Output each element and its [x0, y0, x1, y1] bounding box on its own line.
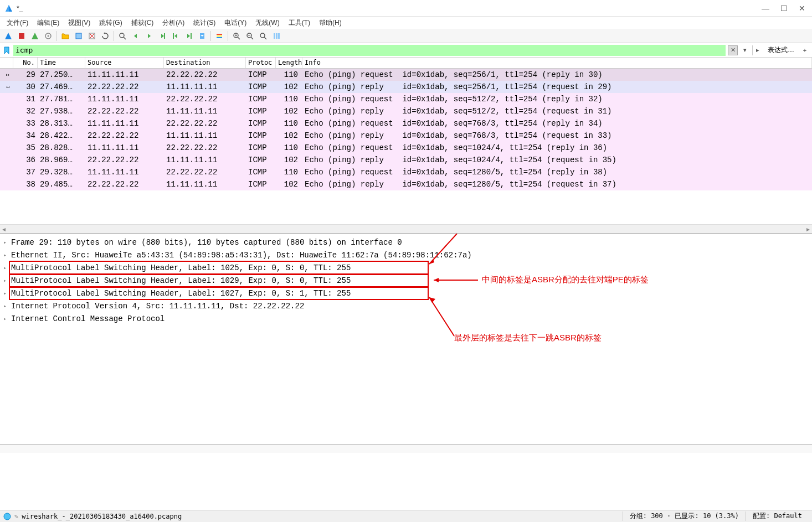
annotation-bot: 最外层的标签是去往下一跳ASBR的标签	[454, 333, 602, 343]
zoom-reset-button[interactable]	[257, 30, 269, 42]
packet-row[interactable]: 38 29.485… 22.22.22.22 11.11.11.11 ICMP …	[0, 178, 812, 190]
col-header-time[interactable]: Time	[38, 58, 85, 68]
reload-button[interactable]	[99, 30, 111, 42]
packet-row[interactable]: ↦ 29 27.250… 11.11.11.11 22.22.22.22 ICM…	[0, 69, 812, 81]
detail-text: MultiProtocol Label Switching Header, La…	[11, 263, 351, 272]
toolbar	[0, 29, 812, 43]
svg-point-2	[48, 35, 49, 37]
minimize-button[interactable]: —	[762, 4, 769, 13]
expand-icon[interactable]: ▸	[3, 239, 11, 246]
filter-clear-button[interactable]: ✕	[728, 45, 738, 55]
filter-add-button[interactable]: +	[800, 45, 810, 55]
detail-text: MultiProtocol Label Switching Header, La…	[11, 276, 351, 285]
menu-item[interactable]: 跳转(G)	[95, 17, 126, 29]
resize-columns-button[interactable]	[270, 30, 282, 42]
stop-capture-button[interactable]	[16, 30, 28, 42]
detail-row[interactable]: ▸Ethernet II, Src: HuaweiTe a5:43:31 (54…	[0, 249, 812, 261]
status-bar: ✎ wireshark_-_20210305183430_a16400.pcap…	[0, 510, 812, 522]
capture-options-button[interactable]	[42, 30, 54, 42]
packet-bytes-pane[interactable]	[0, 444, 812, 453]
packet-row[interactable]: 34 28.422… 22.22.22.22 11.11.11.11 ICMP …	[0, 130, 812, 142]
svg-point-23	[260, 33, 265, 38]
go-first-button[interactable]	[169, 30, 182, 42]
expand-icon[interactable]: ▸	[3, 252, 11, 259]
menu-item[interactable]: 捕获(C)	[127, 17, 158, 29]
packet-details-pane[interactable]: ▸Frame 29: 110 bytes on wire (880 bits),…	[0, 234, 812, 444]
svg-line-17	[238, 37, 240, 39]
menu-item[interactable]: 工具(T)	[284, 17, 315, 29]
open-file-button[interactable]	[59, 30, 71, 42]
find-button[interactable]	[116, 30, 129, 42]
filter-bar: ✕ ▾ ▸ 表达式… +	[0, 43, 812, 58]
restart-capture-button[interactable]	[29, 30, 41, 42]
start-capture-button[interactable]	[2, 30, 14, 42]
expand-icon[interactable]: ▸	[3, 303, 11, 309]
goto-packet-button[interactable]	[156, 30, 168, 42]
packet-row[interactable]: 35 28.828… 11.11.11.11 22.22.22.22 ICMP …	[0, 142, 812, 154]
capture-file-props-icon[interactable]: ✎	[14, 513, 18, 520]
svg-rect-0	[19, 33, 24, 39]
filter-bookmark-icon[interactable]	[2, 46, 11, 55]
go-next-button[interactable]	[143, 30, 155, 42]
detail-row[interactable]: ▸Internet Protocol Version 4, Src: 11.11…	[0, 299, 812, 312]
svg-rect-3	[76, 33, 81, 39]
colorize-button[interactable]	[213, 30, 225, 42]
menu-item[interactable]: 文件(F)	[2, 17, 33, 29]
menu-item[interactable]: 编辑(E)	[33, 17, 64, 29]
zoom-out-button[interactable]	[244, 30, 256, 42]
packet-row[interactable]: 36 28.969… 22.22.22.22 11.11.11.11 ICMP …	[0, 154, 812, 166]
col-header-info[interactable]: Info	[302, 58, 812, 68]
detail-row[interactable]: ▸Internet Control Message Protocol	[0, 312, 812, 325]
go-prev-button[interactable]	[130, 30, 142, 42]
expert-info-icon[interactable]	[3, 513, 11, 520]
packet-row[interactable]: 37 29.328… 11.11.11.11 22.22.22.22 ICMP …	[0, 166, 812, 178]
packet-row[interactable]: 33 28.313… 11.11.11.11 22.22.22.22 ICMP …	[0, 117, 812, 130]
close-button[interactable]: ✕	[799, 4, 805, 13]
col-header-destination[interactable]: Destination	[164, 58, 246, 68]
menu-item[interactable]: 帮助(H)	[315, 17, 346, 29]
detail-text: Internet Protocol Version 4, Src: 11.11.…	[11, 302, 304, 311]
col-header-no[interactable]: No.	[13, 58, 38, 68]
expand-icon[interactable]: ▸	[3, 316, 11, 322]
row-marker-icon: ↤	[2, 84, 13, 90]
detail-row[interactable]: ▸MultiProtocol Label Switching Header, L…	[0, 261, 812, 274]
zoom-in-button[interactable]	[230, 30, 243, 42]
window-title: *_	[17, 4, 762, 12]
window-controls: — ☐ ✕	[762, 4, 808, 13]
go-last-button[interactable]	[183, 30, 195, 42]
svg-rect-26	[276, 33, 277, 39]
expand-icon[interactable]: ▸	[3, 290, 11, 297]
app-icon	[4, 4, 13, 13]
expand-icon[interactable]: ▸	[3, 265, 11, 271]
packet-list-pane: No. Time Source Destination Protoc Lengt…	[0, 58, 812, 234]
menu-item[interactable]: 无线(W)	[251, 17, 284, 29]
horizontal-scrollbar[interactable]: ◂ ▸	[0, 224, 812, 233]
display-filter-input[interactable]	[13, 45, 726, 56]
packet-row[interactable]: 31 27.781… 11.11.11.11 22.22.22.22 ICMP …	[0, 93, 812, 105]
packet-row[interactable]: ↤ 30 27.469… 22.22.22.22 11.11.11.11 ICM…	[0, 81, 812, 93]
detail-row[interactable]: ▸MultiProtocol Label Switching Header, L…	[0, 274, 812, 287]
detail-row[interactable]: ▸Frame 29: 110 bytes on wire (880 bits),…	[0, 236, 812, 249]
menu-item[interactable]: 分析(A)	[158, 17, 189, 29]
detail-row[interactable]: ▸MultiProtocol Label Switching Header, L…	[0, 287, 812, 299]
svg-point-7	[120, 33, 124, 38]
filter-apply-button[interactable]: ▾	[740, 45, 750, 55]
menu-item[interactable]: 电话(Y)	[220, 17, 251, 29]
maximize-button[interactable]: ☐	[780, 4, 788, 13]
packet-list-body[interactable]: ↦ 29 27.250… 11.11.11.11 22.22.22.22 ICM…	[0, 69, 812, 190]
save-file-button[interactable]	[73, 30, 85, 42]
filter-expression-button[interactable]: 表达式…	[764, 45, 798, 55]
status-file-label: wireshark_-_20210305183430_a16400.pcapng	[22, 513, 182, 520]
col-header-length[interactable]: Length	[276, 58, 302, 68]
menu-item[interactable]: 统计(S)	[189, 17, 220, 29]
menu-item[interactable]: 视图(V)	[64, 17, 95, 29]
status-profile-label[interactable]: 配置: Default	[746, 511, 809, 521]
auto-scroll-button[interactable]	[196, 30, 208, 42]
filter-recent-button[interactable]: ▸	[752, 45, 762, 55]
col-header-protocol[interactable]: Protoc	[246, 58, 276, 68]
packet-row[interactable]: 32 27.938… 22.22.22.22 11.11.11.11 ICMP …	[0, 105, 812, 117]
col-header-source[interactable]: Source	[85, 58, 164, 68]
detail-text: Ethernet II, Src: HuaweiTe a5:43:31 (54:…	[11, 251, 472, 260]
close-file-button[interactable]	[86, 30, 98, 42]
expand-icon[interactable]: ▸	[3, 277, 11, 284]
